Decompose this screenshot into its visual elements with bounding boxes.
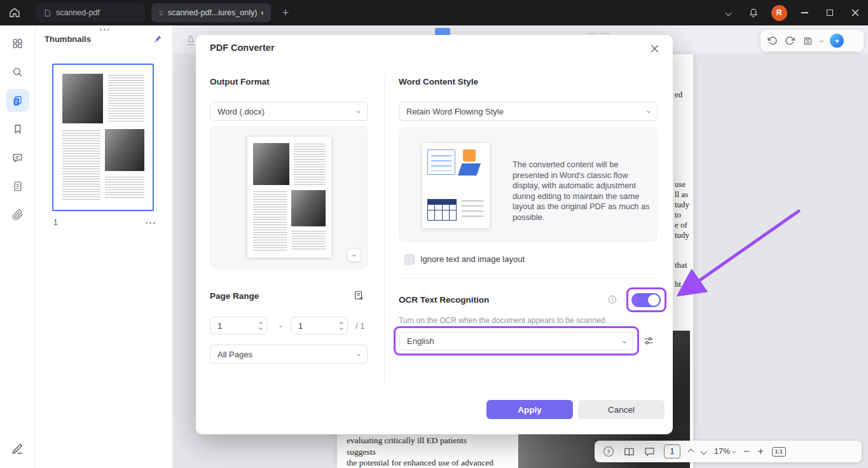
undo-icon[interactable]: [767, 36, 778, 46]
tab-scanned-pdf[interactable]: scanned-pdf: [36, 3, 145, 22]
tool-rail: [0, 25, 36, 468]
panel-title: Thumbnails: [45, 34, 91, 44]
close-window-button[interactable]: [843, 0, 868, 25]
word-style-dropdown[interactable]: Retain Word Flowing Style: [399, 102, 658, 121]
zoom-in-button[interactable]: +: [757, 446, 763, 457]
redo-icon[interactable]: [785, 36, 796, 46]
status-bar: 1 17% − + 1:1: [595, 441, 862, 462]
output-format-label: Output Format: [210, 77, 270, 86]
document-icon: [159, 9, 163, 17]
pdf-converter-dialog: PDF Converter Output Format Word (.docx): [196, 35, 673, 434]
ignore-layout-checkbox[interactable]: [404, 254, 415, 265]
range-separator: -: [279, 321, 282, 331]
doc-fragment: ll as: [675, 189, 688, 200]
actual-size-button[interactable]: 1:1: [772, 447, 786, 457]
document-panel-button[interactable]: [6, 175, 29, 198]
zoom-level-dropdown[interactable]: 17%: [714, 447, 735, 456]
search-button[interactable]: [6, 60, 29, 83]
zoom-out-button[interactable]: −: [743, 446, 749, 457]
pin-icon[interactable]: [153, 34, 162, 44]
paperclip-icon: [12, 209, 24, 221]
word-style-preview-card: The converted content will be presented …: [399, 127, 658, 242]
stepper[interactable]: [340, 322, 343, 329]
page-number-input[interactable]: 1: [664, 444, 680, 458]
panel-drag-handle[interactable]: [100, 29, 109, 31]
word-style-description: The converted content will be presented …: [513, 160, 651, 223]
arrow-annotation: [668, 202, 808, 299]
minimize-icon: [801, 12, 808, 13]
ai-assistant-button[interactable]: [830, 34, 844, 48]
close-icon: [851, 9, 859, 17]
doc-fragment: use: [675, 179, 685, 189]
comments-button[interactable]: [6, 146, 29, 169]
avatar: R: [771, 5, 787, 21]
page-thumbnail[interactable]: [52, 64, 154, 211]
bell-icon: [748, 7, 759, 18]
info-icon[interactable]: [607, 294, 617, 305]
custom-range-icon[interactable]: [353, 290, 364, 301]
ocr-settings-icon[interactable]: [643, 335, 654, 347]
page-range-to-input[interactable]: 1: [291, 317, 348, 334]
thumbnail-page-number: 1: [53, 218, 58, 227]
app-window: scanned-pdf scanned-pdf...iures_only) + …: [0, 0, 868, 468]
title-bar: scanned-pdf scanned-pdf...iures_only) + …: [0, 0, 868, 25]
document-paragraph: evaluating critically ill ED patients su…: [347, 435, 497, 468]
word-content-style-label: Word Content Style: [399, 77, 478, 86]
document-icon: [43, 9, 52, 17]
thumbnails-panel-button[interactable]: [6, 89, 29, 112]
ocr-toggle-highlight: [626, 287, 666, 312]
column-divider: [384, 74, 385, 386]
thumbnail-options-button[interactable]: [146, 222, 155, 224]
attachments-button[interactable]: [6, 203, 29, 226]
home-button[interactable]: [0, 0, 29, 25]
cancel-button[interactable]: Cancel: [578, 400, 665, 419]
total-pages-label: / 1: [355, 321, 364, 331]
page-range-from-input[interactable]: 1: [210, 317, 267, 334]
output-preview-page: [247, 137, 331, 258]
output-format-dropdown[interactable]: Word (.docx): [210, 102, 368, 121]
output-preview-card: [210, 126, 368, 268]
save-options-chevron[interactable]: [820, 39, 823, 43]
search-icon: [11, 66, 24, 78]
dialog-close-button[interactable]: [647, 41, 661, 55]
previous-page-button[interactable]: [688, 448, 694, 455]
account-button[interactable]: R: [766, 0, 792, 25]
annotate-icon[interactable]: [644, 446, 656, 458]
quick-toolbar: [761, 30, 864, 52]
ignore-layout-label: Ignore text and image layout: [420, 254, 525, 264]
unsaved-dot-icon: [261, 11, 263, 15]
next-page-button[interactable]: [701, 448, 707, 455]
minimize-button[interactable]: [792, 0, 817, 25]
new-tab-button[interactable]: +: [277, 0, 294, 25]
notifications-button[interactable]: [741, 0, 766, 25]
active-tool-tab: [435, 28, 450, 35]
maximize-button[interactable]: [817, 0, 843, 25]
stamp-icon[interactable]: [184, 34, 197, 47]
comment-icon: [11, 152, 24, 164]
save-icon[interactable]: [803, 36, 813, 46]
bookmark-icon: [12, 123, 24, 135]
grid-icon: [11, 38, 24, 50]
preview-next-button[interactable]: [347, 248, 361, 262]
home-icon: [8, 6, 21, 19]
doc-fragment: ed: [675, 90, 682, 100]
apply-button[interactable]: Apply: [486, 400, 573, 419]
dialog-title: PDF Converter: [210, 43, 275, 53]
stepper[interactable]: [259, 322, 262, 329]
page-range-label: Page Range: [210, 291, 259, 301]
maximize-icon: [827, 10, 833, 16]
section-divider: [399, 278, 658, 279]
ocr-label: OCR Text Recognition: [399, 295, 489, 305]
thumbnails-panel: Thumbnails 1: [36, 25, 173, 468]
pen-icon: [11, 443, 24, 455]
pages-icon: [11, 95, 24, 107]
tab-list-button[interactable]: [715, 0, 741, 25]
page-scope-dropdown[interactable]: All Pages: [210, 345, 368, 364]
bookmarks-button[interactable]: [6, 118, 29, 141]
reader-mode-icon[interactable]: [623, 446, 635, 458]
tab-scanned-pdf-figures[interactable]: scanned-pdf...iures_only): [151, 3, 271, 22]
signature-button[interactable]: [6, 437, 29, 460]
expand-panel-icon[interactable]: [602, 445, 615, 458]
grid-menu-button[interactable]: [6, 32, 29, 55]
tab-label: scanned-pdf: [56, 8, 100, 17]
